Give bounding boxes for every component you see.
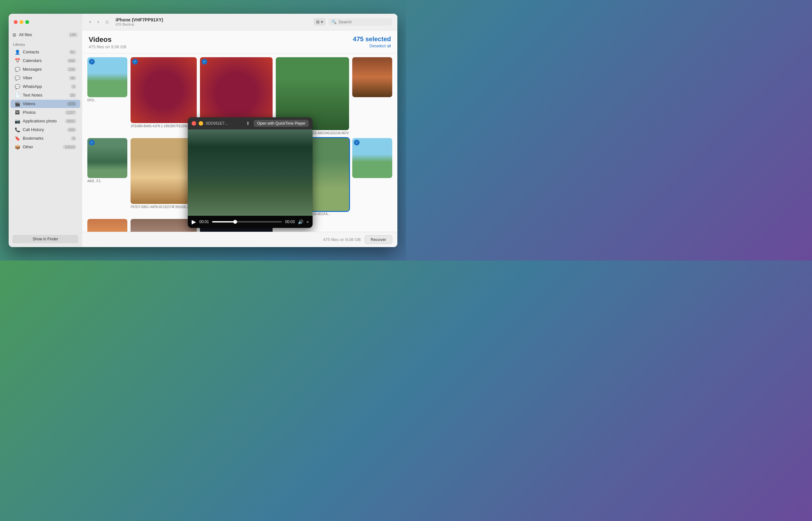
view-toggle-button[interactable]: ⊞ ▾ — [314, 18, 326, 26]
content-header: Videos 475 files on 9,06 GB 475 selected… — [82, 30, 397, 53]
video-filename-6: A83I...F1- — [87, 179, 127, 183]
sidebar-count-textnotes: 20 — [69, 93, 77, 97]
allfiles-icon: ⊞ — [13, 32, 16, 38]
sidebar-count-photos: 2107 — [65, 110, 77, 115]
thumb-check-6[interactable]: ✓ — [89, 140, 95, 145]
page-subtitle: 475 files on 9,06 GB — [89, 44, 126, 49]
thumb-check-10[interactable]: ✓ — [354, 140, 360, 145]
allfiles-label: All files — [19, 32, 65, 37]
video-thumb-7[interactable] — [130, 138, 196, 204]
sidebar-count-calendars: 546 — [67, 59, 77, 63]
thumb-check-2[interactable]: ✓ — [132, 59, 138, 65]
back-button[interactable]: ‹ — [87, 18, 93, 26]
popup-progress-bar[interactable] — [212, 221, 282, 223]
recover-button[interactable]: Recover — [365, 235, 392, 244]
popup-header: 0DD561E7... ⬆ Open with QuickTime Player — [188, 117, 313, 130]
sidebar-label-textnotes: Text Notes — [23, 93, 66, 97]
contacts-icon: 👤 — [15, 49, 20, 55]
sidebar-item-other[interactable]: 📦 Other 10533 — [10, 143, 80, 151]
appphoto-icon: 📷 — [15, 119, 20, 124]
video-grid-container[interactable]: ✓DFD...✓2FEAB0-BA65-41F8-1-1B92B67FE2DB.… — [82, 53, 397, 232]
video-thumb-6[interactable]: ✓ — [87, 138, 127, 178]
sidebar-label-viber: Viber — [23, 75, 66, 80]
sidebar-footer: Show in Finder — [9, 231, 82, 247]
sidebar-item-whatsapp[interactable]: 💬 WhatsApp 3 — [10, 83, 80, 91]
sidebar-label-other: Other — [23, 144, 60, 149]
sidebar-items: 👤 Contacts 91 📅 Calendars 546 💬 Messages… — [9, 48, 82, 152]
sidebar-count-callhistory: 105 — [67, 128, 77, 132]
footer-count: 475 files on 9,06 GB — [323, 237, 361, 242]
video-filename-2: 2FEAB0-BA65-41F8-1-1B92B67FE2DB.MOV — [130, 124, 196, 128]
sidebar-item-textnotes[interactable]: 📄 Text Notes 20 — [10, 91, 80, 99]
close-button[interactable] — [14, 20, 18, 24]
video-thumb-wrapper-1: ✓DFD... — [87, 57, 127, 135]
main-content: ‹ › ⌂ iPhone (VHF7PP91XY) iOS Backup ⊞ ▾… — [82, 14, 397, 247]
popup-share-button[interactable]: ⬆ — [245, 120, 251, 127]
sidebar-count-other: 10533 — [63, 145, 77, 149]
minimize-button[interactable] — [20, 20, 23, 24]
popup-time-total: 00:03 — [285, 220, 295, 224]
sidebar: ⊞ All files 18K Library 👤 Contacts 91 📅 … — [9, 14, 82, 247]
device-name: iPhone (VHF7PP91XY) — [115, 17, 311, 22]
content-title-area: Videos 475 files on 9,06 GB — [89, 36, 126, 49]
video-thumb-1[interactable]: ✓ — [87, 57, 127, 97]
deselect-all-link[interactable]: Deselect all — [369, 43, 391, 48]
video-thumb-2[interactable]: ✓ — [130, 57, 196, 123]
sidebar-count-viber: 46 — [69, 76, 77, 80]
sidebar-item-videos[interactable]: 🎬 Videos 475 — [10, 100, 80, 108]
sidebar-label-messages: Messages — [23, 67, 64, 72]
video-thumb-wrapper-6: ✓A83I...F1- — [87, 138, 127, 216]
popup-play-button[interactable]: ▶ — [192, 218, 196, 225]
traffic-lights — [14, 20, 29, 24]
popup-volume-button[interactable]: 🔊 — [298, 219, 303, 224]
sidebar-item-allfiles[interactable]: ⊞ All files 18K — [9, 30, 82, 39]
video-thumb-wrapper-2: ✓2FEAB0-BA65-41F8-1-1B92B67FE2DB.MOV — [130, 57, 196, 135]
bookmarks-icon: 🔖 — [15, 136, 20, 141]
sidebar-item-messages[interactable]: 💬 Messages 106 — [10, 65, 80, 73]
sidebar-label-bookmarks: Bookmarks — [23, 136, 68, 141]
video-thumb-11[interactable] — [87, 219, 127, 231]
library-section: Library — [9, 39, 82, 48]
whatsapp-icon: 💬 — [15, 84, 20, 89]
messages-icon: 💬 — [15, 67, 20, 72]
videos-icon: 🎬 — [15, 101, 20, 107]
search-input[interactable] — [339, 20, 383, 24]
home-button[interactable]: ⌂ — [104, 18, 111, 26]
sidebar-item-bookmarks[interactable]: 🔖 Bookmarks 8 — [10, 134, 80, 142]
thumb-check-3[interactable]: ✓ — [201, 59, 207, 65]
show-in-finder-button[interactable]: Show in Finder — [13, 235, 78, 243]
video-thumb-wrapper-11 — [87, 219, 127, 231]
video-thumb-5[interactable] — [352, 57, 392, 97]
page-title: Videos — [89, 36, 126, 44]
toolbar: ‹ › ⌂ iPhone (VHF7PP91XY) iOS Backup ⊞ ▾… — [82, 14, 397, 30]
sidebar-label-videos: Videos — [23, 101, 64, 106]
sidebar-count-contacts: 91 — [69, 50, 77, 54]
duck-video-scene — [188, 130, 313, 216]
callhistory-icon: 📞 — [15, 127, 20, 132]
sidebar-label-contacts: Contacts — [23, 49, 66, 54]
popup-close-button[interactable] — [192, 121, 196, 126]
video-thumb-10[interactable]: ✓ — [352, 138, 392, 178]
sidebar-item-calendars[interactable]: 📅 Calendars 546 — [10, 56, 80, 65]
popup-speed-button[interactable]: » — [306, 220, 309, 224]
sidebar-item-photos[interactable]: 🖼 Photos 2107 — [10, 108, 80, 117]
selected-count: 475 selected — [353, 36, 391, 43]
forward-button[interactable]: › — [95, 18, 101, 26]
maximize-button[interactable] — [25, 20, 29, 24]
sidebar-item-contacts[interactable]: 👤 Contacts 91 — [10, 48, 80, 56]
popup-min-button[interactable] — [199, 121, 203, 126]
sidebar-count-whatsapp: 3 — [71, 84, 77, 89]
video-popup: 0DD561E7... ⬆ Open with QuickTime Player… — [188, 117, 313, 228]
video-thumb-12[interactable] — [130, 219, 196, 231]
popup-open-button[interactable]: Open with QuickTime Player — [254, 120, 309, 127]
thumb-check-1[interactable]: ✓ — [89, 59, 95, 65]
sidebar-label-calendars: Calendars — [23, 58, 64, 63]
popup-controls: ▶ 00:01 00:03 🔊 » — [188, 216, 313, 228]
sidebar-item-appphoto[interactable]: 📷 Applications photo 3932 — [10, 117, 80, 125]
sidebar-count-appphoto: 3932 — [65, 119, 77, 123]
allfiles-count: 18K — [68, 32, 78, 38]
sidebar-item-callhistory[interactable]: 📞 Call History 105 — [10, 126, 80, 134]
sidebar-count-videos: 475 — [67, 101, 77, 106]
photos-icon: 🖼 — [15, 110, 20, 115]
sidebar-item-viber[interactable]: 💬 Viber 46 — [10, 74, 80, 82]
